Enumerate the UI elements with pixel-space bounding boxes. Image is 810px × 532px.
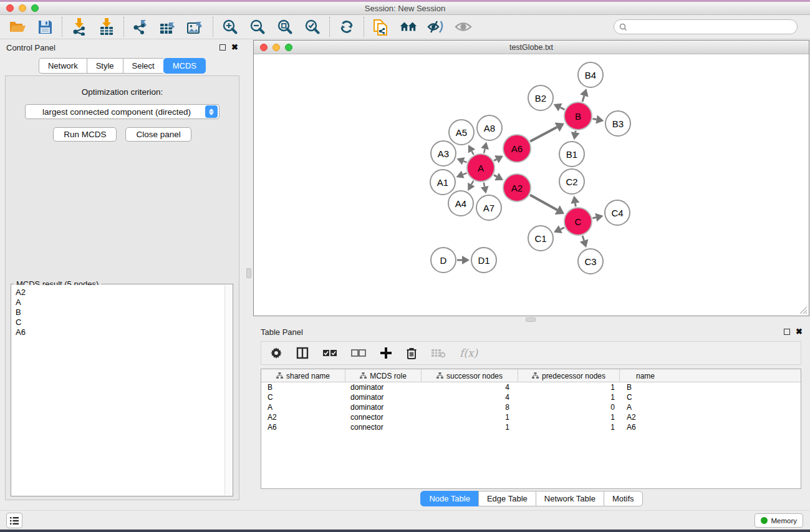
mcds-result-scrollbar[interactable] (224, 285, 232, 495)
delete-column-icon[interactable] (406, 347, 417, 359)
graph-edge-A-A4[interactable] (471, 181, 473, 185)
deselect-all-icon[interactable] (351, 349, 366, 357)
network-canvas[interactable]: B4B2BB3B1A5A8A6A3AA1A4A7A2C2CC4C1C3DD1 (254, 54, 809, 316)
show-column-icon[interactable] (296, 347, 309, 359)
table-cell[interactable]: connector (345, 422, 422, 432)
graph-edge-C-C4[interactable] (592, 218, 595, 218)
zoom-in-icon[interactable] (221, 18, 239, 36)
import-table-icon[interactable] (98, 18, 115, 36)
graph-edge-A-A6[interactable] (494, 159, 496, 160)
delete-table-icon[interactable] (431, 348, 446, 358)
table-cell[interactable]: C (620, 392, 671, 402)
tab-mcds[interactable]: MCDS (163, 58, 206, 74)
refresh-layout-icon[interactable] (338, 18, 355, 36)
close-table-panel-icon[interactable]: ✖ (796, 329, 803, 335)
zoom-out-icon[interactable] (249, 18, 266, 36)
graph-edge-C-C1[interactable] (561, 228, 564, 230)
table-cell[interactable]: A6 (261, 422, 345, 432)
graph-node-A5[interactable]: A5 (448, 119, 475, 145)
graph-node-B2[interactable]: B2 (528, 85, 554, 111)
graph-node-A4[interactable]: A4 (448, 190, 474, 216)
select-all-icon[interactable] (322, 349, 337, 357)
graph-edge-C-C3[interactable] (582, 236, 584, 241)
close-panel-button[interactable]: Close panel (125, 127, 191, 142)
graph-node-A2[interactable]: A2 (503, 173, 531, 202)
resize-grip-icon[interactable] (798, 304, 808, 314)
table-row[interactable]: Cdominator41C (261, 392, 801, 402)
graph-node-A6[interactable]: A6 (503, 134, 531, 163)
table-cell[interactable]: 8 (422, 402, 518, 412)
table-cell[interactable]: connector (345, 412, 422, 422)
graph-node-A[interactable]: A (466, 153, 495, 182)
graph-edge-A-A1[interactable] (463, 173, 466, 174)
table-row[interactable]: A6connector11A6 (261, 422, 801, 432)
tab-network-table[interactable]: Network Table (536, 491, 604, 506)
table-cell[interactable]: 1 (422, 422, 518, 432)
column-header-successor-nodes[interactable]: successor nodes (422, 369, 518, 382)
toggle-graphics-details-icon[interactable] (427, 18, 445, 36)
graph-edge-C-C2[interactable] (575, 203, 576, 207)
graph-node-B1[interactable]: B1 (559, 141, 585, 167)
graph-edge-B-B3[interactable] (593, 118, 597, 119)
float-panel-icon[interactable] (219, 44, 226, 51)
mcds-result-item[interactable]: A (16, 297, 221, 307)
graph-node-C3[interactable]: C3 (577, 248, 604, 274)
network-window-titlebar[interactable]: testGlobe.txt (254, 41, 809, 54)
mcds-result-item[interactable]: C (16, 317, 221, 327)
vertical-split-handle[interactable] (246, 268, 251, 278)
graph-node-A7[interactable]: A7 (476, 195, 502, 221)
mcds-result-item[interactable]: A6 (16, 327, 221, 337)
import-network-icon[interactable] (70, 18, 88, 36)
zoom-selected-icon[interactable] (304, 18, 321, 36)
table-cell[interactable]: dominator (345, 402, 422, 412)
table-cell[interactable]: C (261, 392, 345, 402)
table-cell[interactable]: 1 (518, 392, 620, 402)
table-cell[interactable]: A2 (261, 412, 345, 422)
table-row[interactable]: A2connector11A2 (261, 412, 801, 422)
export-image-icon[interactable] (187, 18, 205, 36)
criterion-select[interactable]: largest connected component (directed) (25, 104, 219, 119)
run-mcds-button[interactable]: Run MCDS (53, 127, 117, 142)
graph-node-B3[interactable]: B3 (605, 110, 631, 137)
column-header-predecessor-nodes[interactable]: predecessor nodes (518, 369, 620, 382)
table-cell[interactable]: 1 (518, 382, 620, 392)
search-input[interactable] (630, 22, 792, 31)
graph-node-A1[interactable]: A1 (430, 169, 456, 195)
horizontal-split-handle[interactable] (526, 317, 536, 322)
graph-edge-A2-C[interactable] (530, 195, 557, 210)
table-cell[interactable]: B (620, 382, 671, 392)
graph-edge-B-B2[interactable] (561, 107, 565, 109)
table-cell[interactable]: 4 (422, 392, 518, 402)
function-builder-icon[interactable]: f(x) (460, 347, 478, 359)
graph-node-B[interactable]: B (564, 102, 592, 130)
zoom-fit-icon[interactable] (276, 18, 294, 36)
home-icon[interactable] (400, 18, 417, 36)
graph-node-C4[interactable]: C4 (604, 200, 630, 226)
table-cell[interactable]: 1 (518, 412, 620, 422)
mcds-result-list[interactable]: A2ABCA6 (12, 285, 224, 495)
tab-edge-table[interactable]: Edge Table (478, 491, 536, 506)
add-column-icon[interactable] (380, 347, 392, 359)
column-header-shared-name[interactable]: shared name (261, 369, 345, 382)
graph-node-C2[interactable]: C2 (559, 168, 585, 195)
table-cell[interactable]: A2 (620, 412, 671, 422)
tab-node-table[interactable]: Node Table (420, 491, 478, 506)
table-cell[interactable]: 4 (422, 382, 518, 392)
memory-button[interactable]: Memory (755, 513, 803, 528)
duplicate-network-icon[interactable] (372, 18, 390, 36)
float-table-panel-icon[interactable] (784, 329, 790, 335)
table-cell[interactable]: 1 (422, 412, 518, 422)
search-box[interactable] (614, 19, 798, 34)
graph-edge-A-A5[interactable] (471, 151, 473, 155)
graph-edge-A-A3[interactable] (463, 161, 466, 162)
table-cell[interactable]: A (620, 402, 671, 412)
table-row[interactable]: Adominator80A (261, 402, 801, 412)
graph-edge-A-A8[interactable] (484, 149, 485, 153)
tab-network[interactable]: Network (39, 58, 87, 74)
table-row[interactable]: Bdominator41B (261, 382, 801, 392)
export-network-icon[interactable] (132, 18, 150, 36)
tab-motifs[interactable]: Motifs (604, 491, 643, 506)
graph-node-B4[interactable]: B4 (577, 62, 604, 88)
graph-edge-A-A2[interactable] (494, 175, 497, 177)
close-panel-icon[interactable]: ✖ (231, 44, 238, 51)
